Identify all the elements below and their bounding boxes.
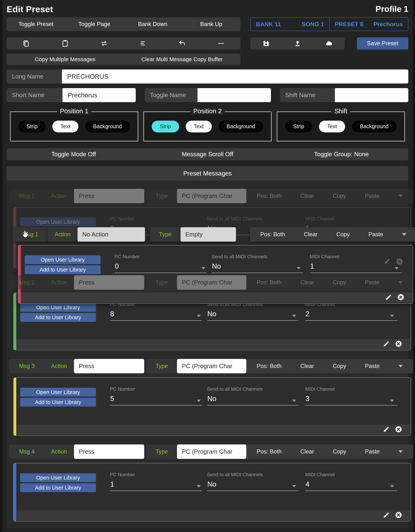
edit-message-button[interactable] (385, 294, 392, 301)
save-preset-button[interactable]: Save Preset (357, 37, 408, 49)
copy-icon-button[interactable] (7, 39, 46, 47)
type-value-msg2[interactable]: PC (Program Char (177, 275, 246, 290)
paste-button[interactable]: Paste (368, 231, 383, 238)
pos-both-button[interactable]: Pos: Both (257, 279, 281, 286)
toggle-page-button[interactable]: Toggle Page (65, 17, 124, 31)
chevron-down-icon[interactable] (402, 233, 406, 236)
add-to-user-library-button[interactable]: Add to User Library (20, 313, 96, 322)
chevron-down-icon[interactable] (398, 450, 403, 453)
paste-icon-button[interactable] (46, 39, 85, 47)
pos-both-button[interactable]: Pos: Both (260, 231, 285, 238)
midi-channel-dropdown-icon[interactable] (390, 315, 394, 317)
pc-number-dropdown-icon[interactable] (197, 315, 201, 317)
send-all-midi-value-msg3[interactable]: No (207, 395, 216, 403)
midi-channel-dropdown-icon[interactable] (390, 399, 394, 402)
short-name-input[interactable] (62, 88, 136, 102)
action-value-msg3[interactable]: Press (74, 359, 144, 373)
send-all-midi-value-msg4[interactable]: No (207, 480, 216, 488)
paste-button[interactable]: Paste (365, 363, 379, 370)
color-button-shift-strip[interactable]: Strip (285, 121, 312, 133)
breadcrumb-bank[interactable]: BANK 11 (256, 21, 281, 28)
pc-number-dropdown-icon[interactable] (201, 267, 206, 269)
add-to-user-library-button[interactable]: Add to User Library (25, 265, 101, 274)
send-all-midi-dropdown-icon[interactable] (292, 485, 296, 487)
type-value-msg1[interactable]: PC (Program Char (177, 189, 246, 203)
color-button-position-1-background[interactable]: Background (85, 121, 130, 133)
breadcrumb-preset[interactable]: PRESET E (335, 21, 364, 28)
action-value-msg2[interactable]: Press (74, 275, 144, 290)
bank-up-button[interactable]: Bank Up (182, 17, 240, 31)
upload-icon-button[interactable] (282, 39, 313, 47)
paste-button[interactable]: Paste (365, 448, 379, 455)
swap-icon-button[interactable] (85, 39, 124, 47)
pos-both-button[interactable]: Pos: Both (257, 363, 281, 370)
toggle-name-input[interactable] (198, 88, 271, 102)
type-value-msg4[interactable]: PC (Program Char (177, 445, 246, 459)
delete-message-button[interactable] (397, 294, 405, 302)
toggle-group-button[interactable]: Toggle Group: None (275, 148, 408, 160)
pos-both-button[interactable]: Pos: Both (257, 193, 281, 199)
open-user-library-button[interactable]: Open User Library (20, 218, 96, 226)
shift-name-input[interactable] (335, 88, 408, 102)
copy-button[interactable]: Copy (333, 448, 346, 455)
message-scroll-button[interactable]: Message Scroll Off (140, 148, 275, 160)
color-button-shift-background[interactable]: Background (352, 121, 397, 133)
chevron-down-icon[interactable] (398, 365, 403, 367)
color-button-position-1-strip[interactable]: Strip (18, 121, 46, 133)
send-all-midi-value-msg2[interactable]: No (207, 310, 216, 318)
toggle-mode-button[interactable]: Toggle Mode Off (7, 148, 140, 160)
save-icon-button[interactable] (250, 39, 282, 47)
copy-button[interactable]: Copy (333, 193, 346, 199)
type-value-msg3[interactable]: PC (Program Char (177, 359, 246, 373)
action-value-msg4[interactable]: Press (74, 445, 144, 459)
copy-multiple-messages-button[interactable]: Copy Multiple Messages (7, 54, 124, 65)
pc-number-dropdown-icon[interactable] (197, 485, 201, 487)
delete-message-button[interactable] (395, 340, 402, 348)
color-button-position-1-text[interactable]: Text (52, 121, 79, 133)
send-all-midi-dropdown-icon[interactable] (292, 315, 296, 317)
add-to-user-library-button[interactable]: Add to User Library (20, 398, 96, 407)
msg-drag-handle-drag[interactable]: Msg 1 (13, 227, 48, 242)
color-button-position-2-text[interactable]: Text (186, 121, 212, 133)
midi-channel-value-msg3[interactable]: 3 (306, 395, 309, 403)
add-to-user-library-button[interactable]: Add to User Library (20, 483, 96, 492)
pc-number-dropdown-icon[interactable] (197, 399, 201, 402)
color-button-position-2-background[interactable]: Background (218, 121, 263, 133)
chevron-down-icon[interactable] (398, 281, 403, 284)
edit-message-button[interactable] (383, 341, 390, 348)
delete-message-button[interactable] (395, 511, 402, 519)
clear-button[interactable]: Clear (300, 279, 314, 286)
paste-button[interactable]: Paste (365, 193, 379, 199)
open-user-library-button[interactable]: Open User Library (20, 303, 96, 312)
color-button-position-2-strip[interactable]: Strip (152, 121, 179, 133)
breadcrumb-preset-name[interactable]: Prechorus (374, 21, 403, 28)
chevron-down-icon[interactable] (398, 195, 403, 197)
clear-button[interactable]: Clear (300, 448, 314, 455)
delete-message-button[interactable] (395, 426, 402, 434)
msg-drag-handle-msg2[interactable]: Msg 2 (9, 275, 44, 290)
bank-down-button[interactable]: Bank Down (124, 17, 182, 31)
edit-message-button[interactable] (383, 426, 390, 433)
clear-button[interactable]: Clear (304, 231, 317, 238)
breadcrumb-song[interactable]: SONG 1 (302, 21, 324, 28)
pc-number-value-msg3[interactable]: 5 (110, 395, 114, 403)
copy-button[interactable]: Copy (333, 279, 346, 286)
more-icon-button[interactable] (201, 39, 240, 47)
pos-both-button[interactable]: Pos: Both (257, 448, 281, 455)
long-name-input[interactable] (62, 69, 408, 84)
clear-button[interactable]: Clear (300, 193, 314, 199)
pc-number-value-msg4[interactable]: 1 (110, 480, 114, 488)
toggle-preset-button[interactable]: Toggle Preset (7, 17, 65, 31)
action-value-drag[interactable]: No Action (78, 227, 145, 242)
undo-icon-button[interactable] (163, 39, 202, 47)
send-all-midi-dropdown-icon[interactable] (297, 267, 301, 269)
cloud-icon-button[interactable] (313, 39, 345, 47)
paste-button[interactable]: Paste (365, 279, 379, 286)
midi-channel-dropdown-icon[interactable] (390, 485, 394, 487)
pc-number-value-msg2[interactable]: 8 (110, 310, 114, 318)
send-all-midi-value-drag[interactable]: No (212, 262, 221, 270)
midi-channel-value-drag[interactable]: 1 (310, 262, 314, 270)
midi-channel-dropdown-icon[interactable] (395, 267, 399, 269)
clear-multi-copy-buffer-button[interactable]: Clear Multi Message Copy Buffer (124, 54, 240, 65)
action-value-msg1[interactable]: Press (74, 189, 144, 203)
